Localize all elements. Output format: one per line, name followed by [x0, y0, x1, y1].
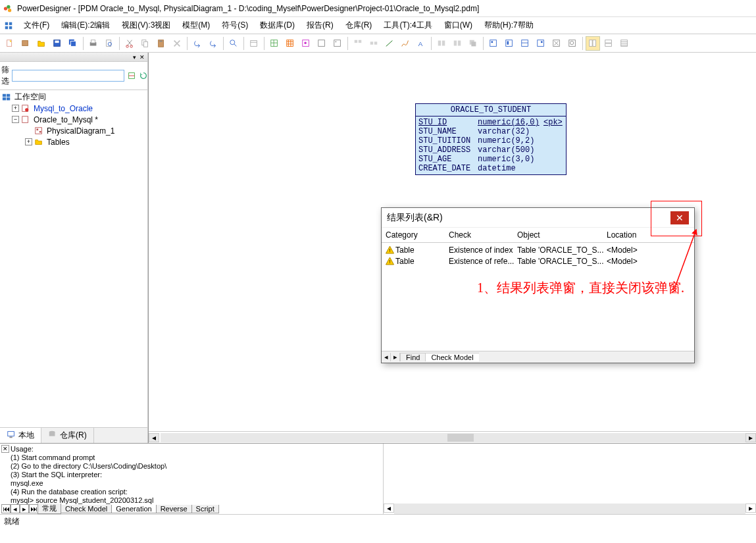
- tb-preview-icon[interactable]: [102, 36, 116, 51]
- dialog-tab-find[interactable]: Find: [400, 353, 425, 361]
- tb-grid4-icon[interactable]: [315, 36, 329, 51]
- tree-node-mysql-to-oracle[interactable]: + Mysql_to_Oracle: [1, 103, 146, 114]
- menu-report[interactable]: 报告(R): [301, 18, 339, 32]
- scroll-thumb[interactable]: [447, 434, 474, 442]
- entity-table[interactable]: ORACLE_TO_STUDENT STU_ID numeric(16,0) <…: [415, 103, 567, 175]
- menu-repo[interactable]: 仓库(R): [340, 18, 378, 32]
- scroll-left-icon[interactable]: ◂: [149, 433, 159, 442]
- tb-copy-icon[interactable]: [138, 36, 153, 51]
- tb-view1-icon[interactable]: [586, 36, 600, 51]
- tb-paste-icon[interactable]: [154, 36, 168, 51]
- output-tab-reverse[interactable]: Reverse: [156, 505, 192, 513]
- tb-text-icon[interactable]: A: [414, 36, 428, 51]
- svg-point-23: [230, 39, 235, 44]
- tree-root[interactable]: 工作空间: [1, 91, 146, 103]
- tb-delete-icon[interactable]: [170, 36, 184, 51]
- menu-symbol[interactable]: 符号(S): [216, 18, 253, 32]
- menu-window[interactable]: 窗口(W): [439, 18, 478, 32]
- filter-input[interactable]: [12, 70, 124, 82]
- tb-line-icon[interactable]: [382, 36, 397, 51]
- menu-view[interactable]: 视图(V):3视图: [116, 18, 176, 32]
- tb-redo-icon[interactable]: [206, 36, 220, 51]
- output-tab-script[interactable]: Script: [191, 505, 219, 513]
- output-tab-generation[interactable]: Generation: [111, 505, 156, 513]
- tb-align1-icon[interactable]: [351, 36, 365, 51]
- tb-save-icon[interactable]: [50, 36, 64, 51]
- tb-view2-icon[interactable]: [601, 36, 616, 51]
- tb-saveall-icon[interactable]: [66, 36, 80, 51]
- tb-new-project-icon[interactable]: [18, 36, 33, 51]
- sidebar-tab-repo[interactable]: 仓库(R): [41, 428, 94, 443]
- tb-grid3-icon[interactable]: [299, 36, 313, 51]
- menu-model[interactable]: 模型(M): [177, 18, 215, 32]
- table-row[interactable]: ! Table Existence of refe... Table 'ORAC…: [386, 255, 690, 267]
- tb-tool3-icon[interactable]: [518, 36, 532, 51]
- sidebar-close-icon[interactable]: ✕: [138, 53, 146, 61]
- output-line: (3) Start the SQL interpreter:: [11, 471, 166, 479]
- header-object[interactable]: Object: [517, 230, 607, 240]
- tb-tool4-icon[interactable]: [534, 36, 548, 51]
- dialog-tab-checkmodel[interactable]: Check Model: [425, 353, 478, 361]
- tb-tool1-icon[interactable]: [486, 36, 501, 51]
- menu-edit[interactable]: 编辑(E):2编辑: [56, 18, 115, 32]
- canvas-h-scrollbar[interactable]: ◂ ▸: [149, 431, 756, 443]
- nav-last-icon[interactable]: ⏭: [29, 504, 38, 513]
- tree-node-oracle-to-mysql[interactable]: − Oracle_to_Mysql *: [1, 114, 146, 125]
- tree: 工作空间 + Mysql_to_Oracle − Oracle_to_Mysql…: [0, 90, 147, 427]
- tb-front-icon[interactable]: [466, 36, 480, 51]
- tb-view3-icon[interactable]: [617, 36, 632, 51]
- menu-help[interactable]: 帮助(H):7帮助: [479, 18, 539, 32]
- expand-icon[interactable]: +: [12, 105, 19, 112]
- tb-new-icon[interactable]: [3, 36, 17, 51]
- tb-cut-icon[interactable]: [122, 36, 137, 51]
- tb-find-icon[interactable]: [226, 36, 241, 51]
- header-category[interactable]: Category: [386, 230, 449, 240]
- scroll-left-icon[interactable]: ◂: [384, 504, 394, 513]
- table-row[interactable]: ! Table Existence of index Table 'ORACLE…: [386, 244, 690, 255]
- toolbar-sep: [243, 37, 244, 50]
- scroll-track[interactable]: [161, 433, 745, 442]
- tb-undo-icon[interactable]: [190, 36, 205, 51]
- collapse-icon[interactable]: −: [12, 116, 19, 123]
- scroll-right-icon[interactable]: ▸: [745, 504, 756, 513]
- tb-curve-icon[interactable]: [398, 36, 413, 51]
- tb-group-icon[interactable]: [434, 36, 449, 51]
- scroll-track[interactable]: [394, 504, 745, 514]
- sidebar-tab-local[interactable]: 本地: [0, 428, 41, 443]
- tb-open-icon[interactable]: [34, 36, 49, 51]
- menu-database[interactable]: 数据库(D): [255, 18, 300, 32]
- dialog-titlebar[interactable]: 结果列表(&R) ✕: [382, 208, 694, 228]
- output-close-icon[interactable]: ✕: [1, 445, 9, 453]
- expand-icon[interactable]: +: [25, 138, 32, 145]
- output-line: (4) Run the database creation script:: [11, 488, 166, 496]
- nav-next-icon[interactable]: ▸: [20, 504, 29, 513]
- tree-node-diagram[interactable]: PhysicalDiagram_1: [1, 125, 146, 136]
- tb-grid5-icon[interactable]: [330, 36, 345, 51]
- nav-first-icon[interactable]: ⏮: [1, 504, 11, 513]
- nav-prev-icon[interactable]: ◂: [382, 353, 391, 361]
- output-tab-general[interactable]: 常规: [38, 504, 61, 514]
- scroll-right-icon[interactable]: ▸: [745, 433, 756, 442]
- tb-grid2-icon[interactable]: [283, 36, 297, 51]
- canvas[interactable]: ORACLE_TO_STUDENT STU_ID numeric(16,0) <…: [148, 53, 756, 443]
- tb-print-icon[interactable]: [86, 36, 101, 51]
- output-tab-checkmodel[interactable]: Check Model: [61, 505, 112, 513]
- tb-grid1-icon[interactable]: [267, 36, 282, 51]
- tb-align2-icon[interactable]: [366, 36, 381, 51]
- nav-prev-icon[interactable]: ◂: [11, 504, 20, 513]
- tb-tool6-icon[interactable]: [565, 36, 580, 51]
- nav-next-icon[interactable]: ▸: [391, 353, 400, 361]
- header-check[interactable]: Check: [449, 230, 517, 240]
- tb-ungroup-icon[interactable]: [450, 36, 465, 51]
- tree-node-tables[interactable]: + Tables: [1, 136, 146, 147]
- filter-toggle-icon[interactable]: [127, 70, 136, 81]
- sidebar-dock-icon[interactable]: ▾: [130, 53, 138, 61]
- svg-point-64: [25, 108, 28, 111]
- menu-file[interactable]: 文件(F): [18, 18, 55, 32]
- sidebar-tabs: 本地 仓库(R): [0, 427, 147, 443]
- filter-refresh-icon[interactable]: [139, 70, 148, 81]
- tb-tool2-icon[interactable]: [502, 36, 517, 51]
- menu-tool[interactable]: 工具(T):4工具: [378, 18, 437, 32]
- tb-prop-icon[interactable]: [247, 36, 261, 51]
- tb-tool5-icon[interactable]: [549, 36, 564, 51]
